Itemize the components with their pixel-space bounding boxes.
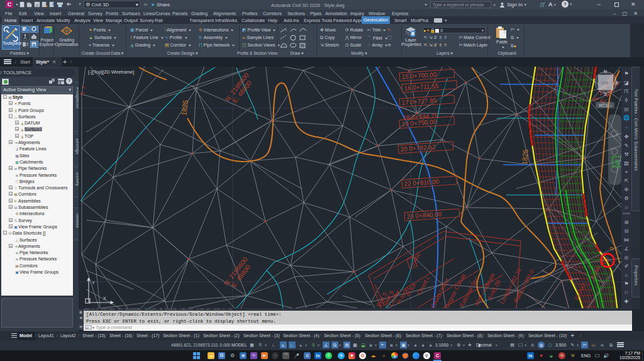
svg-text:E: E bbox=[616, 81, 619, 85]
svg-text:⊟: ⊟ bbox=[625, 228, 629, 234]
svg-text:⊞: ⊞ bbox=[625, 219, 629, 225]
svg-text:⚑: ⚑ bbox=[624, 71, 628, 77]
svg-text:✥: ✥ bbox=[625, 134, 629, 140]
svg-text:⚲: ⚲ bbox=[625, 97, 628, 103]
svg-text:1825: 1825 bbox=[521, 149, 529, 165]
svg-text:▧: ▧ bbox=[624, 160, 629, 166]
svg-text:☈: ☈ bbox=[624, 89, 628, 94]
svg-text:N: N bbox=[604, 69, 607, 74]
svg-text:⇱: ⇱ bbox=[625, 178, 629, 184]
svg-text:TOP: TOP bbox=[601, 81, 609, 85]
svg-text:◎: ◎ bbox=[625, 255, 629, 260]
svg-text:∠: ∠ bbox=[624, 246, 628, 252]
svg-text:⌖: ⌖ bbox=[625, 169, 628, 175]
svg-text:⋈: ⋈ bbox=[624, 237, 629, 243]
svg-text:Y: Y bbox=[92, 280, 95, 285]
svg-text:WCS: WCS bbox=[599, 103, 609, 108]
svg-text:✐: ✐ bbox=[625, 264, 629, 269]
svg-text:⚒: ⚒ bbox=[624, 152, 628, 157]
svg-text:✎: ✎ bbox=[625, 143, 629, 148]
svg-text:◔: ◔ bbox=[625, 125, 628, 131]
svg-text:S: S bbox=[604, 92, 607, 96]
svg-text:X: X bbox=[103, 296, 106, 301]
svg-text:◪: ◪ bbox=[624, 80, 629, 86]
svg-text:✚: ✚ bbox=[625, 299, 629, 304]
svg-text:🌐: 🌐 bbox=[623, 114, 630, 121]
svg-text:⌂: ⌂ bbox=[625, 272, 628, 278]
svg-text:⚑: ⚑ bbox=[624, 281, 628, 287]
svg-text:⌂: ⌂ bbox=[625, 204, 628, 210]
svg-text:✣: ✣ bbox=[625, 187, 629, 192]
svg-text:[-][Top][2D Wireframe]: [-][Top][2D Wireframe] bbox=[88, 69, 134, 75]
svg-text:S: S bbox=[615, 159, 619, 166]
svg-text:⚐: ⚐ bbox=[624, 290, 628, 296]
svg-text:▤: ▤ bbox=[624, 106, 629, 112]
svg-text:⚙: ⚙ bbox=[624, 196, 628, 201]
